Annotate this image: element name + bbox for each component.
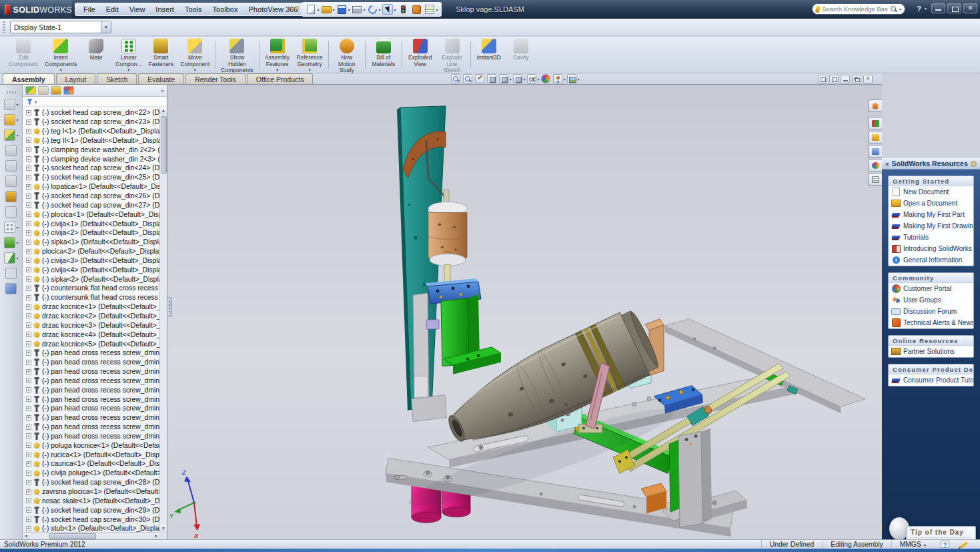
expand-icon[interactable] [26, 304, 31, 310]
undo-icon[interactable]: ▾ [366, 4, 381, 15]
tree-item[interactable]: (-) countersunk flat head cross recess s… [23, 284, 159, 293]
ribbon-button[interactable] [470, 41, 471, 69]
tree-horizontal-scrollbar[interactable] [23, 532, 159, 539]
previous-view-icon[interactable] [475, 74, 485, 83]
filter-dropdown-icon[interactable]: ▾ [35, 99, 37, 104]
ribbon-button[interactable]: Cavity [505, 37, 537, 72]
tree-item[interactable]: (-) socket head cap screw_din<23> (DIN 9 [23, 117, 159, 127]
ribbon-button[interactable]: Reference Geometry ▾ [294, 37, 326, 72]
tree-item[interactable]: (-) caurica<1> (Default<<Default>_Displa [23, 459, 159, 469]
task-pane-link[interactable]: Tutorials [889, 232, 973, 243]
tree-item[interactable]: (-) pan head cross recess screw_dmin<6> [23, 348, 159, 358]
tree-item[interactable]: drzac kocnice<5> (Default<<Default>_Dis [23, 339, 159, 348]
scroll-down-icon[interactable] [160, 525, 167, 532]
tree-item[interactable]: (-) teg I<1> (Default<<Default>_Display … [23, 127, 159, 136]
isolate-icon[interactable]: ▾ [4, 99, 18, 110]
expand-icon[interactable] [26, 517, 31, 522]
ribbon-tab[interactable]: Render Tools [185, 73, 246, 84]
ribbon-button[interactable] [259, 41, 260, 69]
ribbon-tab[interactable]: Layout [56, 73, 96, 84]
expand-icon[interactable] [26, 471, 31, 476]
tree-item[interactable]: (-) civija<1> (Default<<Default>_Display [23, 219, 159, 228]
expand-icon[interactable] [26, 332, 31, 337]
task-pane-link[interactable]: Making My First Drawing [889, 220, 973, 232]
tree-item[interactable]: nosac skale<1> (Default<<Default>_Displ [23, 496, 159, 505]
tree-item[interactable]: plocica<2> (Default<<Default>_Display S [23, 247, 159, 256]
tree-item[interactable]: (-) civija<2> (Default<<Default>_Display [23, 228, 159, 238]
knowledge-base-search[interactable]: ▾ [812, 3, 905, 15]
task-pane-link[interactable]: New Document [889, 186, 973, 198]
expand-icon[interactable] [26, 360, 31, 365]
expand-icon[interactable] [26, 175, 31, 180]
expand-icon[interactable] [26, 212, 31, 217]
ribbon-button[interactable]: New Motion Study [331, 37, 363, 72]
expand-icon[interactable] [26, 147, 31, 152]
tree-vertical-scrollbar[interactable] [159, 107, 167, 532]
configurationmanager-tab[interactable] [51, 86, 61, 95]
dropdown-arrow-icon[interactable]: ▾ [16, 117, 18, 122]
task-pane-link[interactable]: Discussion Forum [889, 306, 973, 317]
menu-item[interactable]: Insert [150, 5, 179, 13]
tree-item[interactable]: (-) sipka<1> (Default<<Default>_Display [23, 238, 159, 247]
scroll-up-icon[interactable] [160, 107, 167, 115]
graphics-area[interactable]: Z Y X [167, 85, 882, 539]
dropdown-arrow-icon[interactable]: ▾ [16, 102, 18, 107]
viewport-single-icon[interactable] [818, 75, 827, 83]
dropdown-arrow-icon[interactable]: ▾ [16, 256, 18, 260]
ribbon-button[interactable]: Show Hidden Components [217, 37, 256, 72]
expand-icon[interactable] [26, 249, 31, 254]
file-explorer-tab[interactable] [868, 131, 882, 144]
expand-icon[interactable] [26, 350, 31, 356]
ribbon-button[interactable]: Smart Fasteners [145, 37, 177, 72]
tree-item[interactable]: (-) civija poluge<1> (Default<<Default>_ [23, 469, 159, 478]
restore-doc-icon[interactable] [852, 75, 861, 83]
tree-item[interactable]: (-) civija<3> (Default<<Default>_Display [23, 256, 159, 266]
expand-icon[interactable] [26, 341, 31, 346]
expand-icon[interactable] [26, 480, 31, 485]
collapse-icon[interactable]: « [885, 160, 889, 168]
tree-item[interactable]: (-) lopatica<1> (Default<<Default>_Displ [23, 182, 159, 192]
expand-icon[interactable] [26, 526, 31, 531]
tree-item[interactable]: (-) socket head cap screw_din<25> (DIN 9 [23, 173, 159, 182]
tree-item[interactable]: (-) pan head cross recess screw_dmin<7> [23, 358, 159, 367]
hide-show-items-icon[interactable]: ▾ [527, 74, 539, 83]
expand-icon[interactable] [26, 443, 31, 448]
expand-icon[interactable] [26, 286, 31, 291]
curves-icon[interactable]: ▾ [4, 252, 18, 264]
displaymanager-tab[interactable] [63, 86, 74, 95]
menu-item[interactable]: Tools [179, 5, 207, 13]
viewport-split-icon[interactable] [829, 75, 839, 83]
tree-item[interactable]: (-) pan head cross recess screw_dmin<15> [23, 432, 159, 441]
new-document-icon[interactable]: ▾ [305, 4, 320, 15]
expand-icon[interactable] [26, 378, 31, 383]
ribbon-tab[interactable]: Sketch [97, 73, 137, 84]
display-state-select[interactable]: Display State-1 ▾ [10, 21, 111, 33]
menu-item[interactable]: View [124, 5, 151, 13]
tree-item[interactable]: drzac kocnice<3> (Default<<Default>_Dis [23, 320, 159, 330]
ribbon-button[interactable] [365, 41, 366, 69]
tree-item[interactable]: drzac kocnice<2> (Default<<Default>_Dis [23, 312, 159, 321]
tree-item[interactable]: (-) pan head cross recess screw_dmin<12> [23, 404, 159, 413]
toolbar-grip[interactable] [3, 21, 5, 33]
file-properties-icon[interactable]: ▾ [424, 4, 438, 15]
tree-item[interactable]: (-) socket head cap screw_din<26> (DIN 9 [23, 192, 159, 201]
print-preview-icon[interactable] [5, 145, 17, 156]
tree-item[interactable]: (-) rucica<1> (Default<<Default>_Display [23, 450, 159, 459]
menu-pin-icon[interactable] [294, 5, 300, 12]
zoom-to-fit-icon[interactable] [451, 74, 461, 83]
tree-item[interactable]: (-) socket head cap screw_din<29> (DIN 9 [23, 505, 159, 515]
expand-icon[interactable] [26, 461, 31, 467]
dropdown-arrow-icon[interactable]: ▾ [332, 7, 334, 12]
ribbon-button[interactable]: Exploded View [404, 37, 436, 72]
close-doc-icon[interactable] [863, 75, 873, 83]
section-view-icon[interactable] [487, 74, 497, 83]
task-pane-link[interactable]: Technical Alerts & News [889, 317, 973, 328]
quick-tips-icon[interactable]: ? [941, 541, 949, 548]
expand-icon[interactable] [26, 258, 31, 263]
ribbon-button[interactable] [215, 41, 215, 69]
task-pane-link[interactable]: User Groups [889, 294, 973, 306]
scroll-left-icon[interactable] [23, 533, 30, 539]
expand-icon[interactable] [26, 489, 31, 495]
tree-item[interactable]: (-) pan head cross recess screw_dmin<11> [23, 394, 159, 404]
dropdown-arrow-icon[interactable]: ▾ [563, 77, 565, 81]
